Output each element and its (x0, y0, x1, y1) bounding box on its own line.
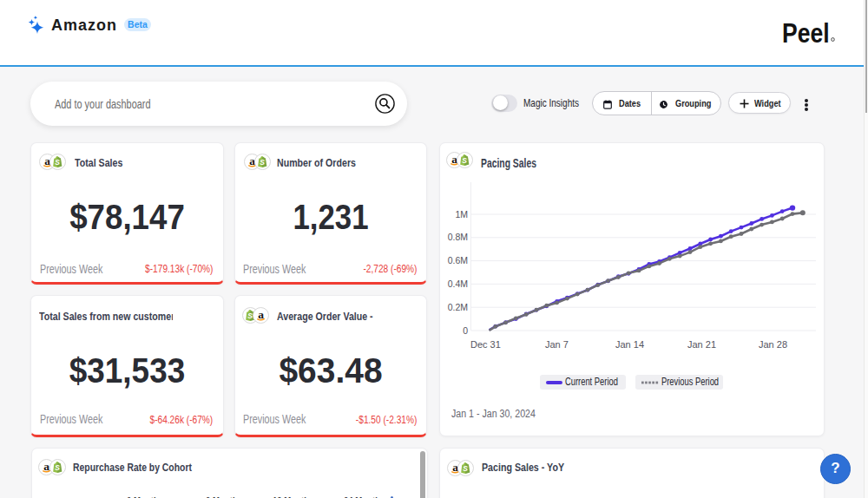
svg-text:S: S (260, 157, 265, 166)
svg-text:S: S (55, 463, 60, 472)
svg-text:S: S (464, 464, 469, 473)
svg-text:S: S (56, 157, 61, 166)
